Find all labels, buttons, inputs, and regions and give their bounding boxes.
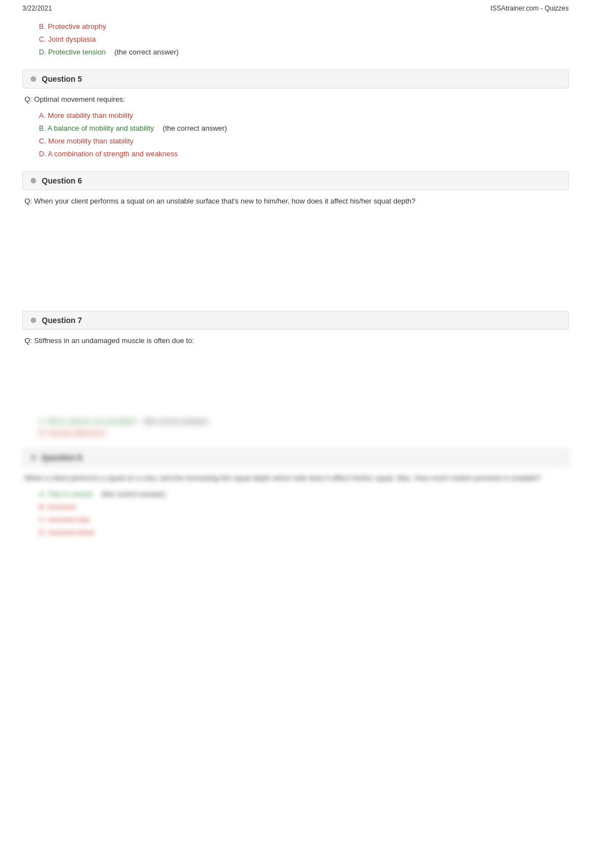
list-item: D. A combination of strength and weaknes… <box>39 147 569 160</box>
q6-answers-area <box>22 211 569 300</box>
list-item: C. Joint dysplasia <box>39 33 569 46</box>
page-header: 3/22/2021 ISSAtrainer.com - Quizzes <box>0 0 591 17</box>
question-5-header: Question 5 <box>22 70 569 88</box>
list-item: D. Incorrect three <box>39 526 569 539</box>
list-item: A. This is correct (the correct answer) <box>39 488 569 500</box>
list-item: B. Protective atrophy <box>39 20 569 33</box>
question-8-header: Question 8 <box>22 448 569 467</box>
question-8-block: Question 8 When a client performs a squa… <box>22 448 569 539</box>
list-item: B. Incorrect <box>39 500 569 513</box>
site-label: ISSAtrainer.com - Quizzes <box>490 4 569 12</box>
q4-tail-block: B. Protective atrophy C. Joint dysplasia… <box>22 20 569 58</box>
question-7-header: Question 7 <box>22 311 569 330</box>
list-item: D. Protective tension (the correct answe… <box>39 46 569 58</box>
main-content: B. Protective atrophy C. Joint dysplasia… <box>0 20 591 539</box>
q5-answer-list: A. More stability than mobility B. A bal… <box>39 109 569 160</box>
list-item: B. A balance of mobility and stability (… <box>39 122 569 135</box>
question-6-header: Question 6 <box>22 171 569 190</box>
q7-blurred-answers: A. Micro-calcium accumulation (the corre… <box>39 417 569 437</box>
list-item: A. More stability than mobility <box>39 109 569 122</box>
list-item: C. More mobility than stability <box>39 135 569 147</box>
q7-correct-label: (the correct answer) <box>144 417 208 425</box>
question-8-text: When a client performs a squat on a new,… <box>22 474 569 482</box>
question-5-text: Q: Optimal movement requires: <box>22 95 569 103</box>
question-6-block: Question 6 Q: When your client performs … <box>22 171 569 300</box>
list-item: C. Incorrect two <box>39 513 569 526</box>
q7-answer1: A. Micro-calcium accumulation <box>39 417 137 425</box>
q8-answer-list: A. This is correct (the correct answer) … <box>39 488 569 539</box>
q7-answer2: B. Fascial adhesions <box>39 429 106 437</box>
question-5-block: Question 5 Q: Optimal movement requires:… <box>22 70 569 160</box>
question-6-text: Q: When your client performs a squat on … <box>22 197 569 205</box>
date-label: 3/22/2021 <box>22 4 52 12</box>
q7-answers-area <box>22 350 569 417</box>
question-7-text: Q: Stiffness in an undamaged muscle is o… <box>22 336 569 345</box>
question-7-block: Question 7 Q: Stiffness in an undamaged … <box>22 311 569 437</box>
q4-answer-list: B. Protective atrophy C. Joint dysplasia… <box>39 20 569 58</box>
